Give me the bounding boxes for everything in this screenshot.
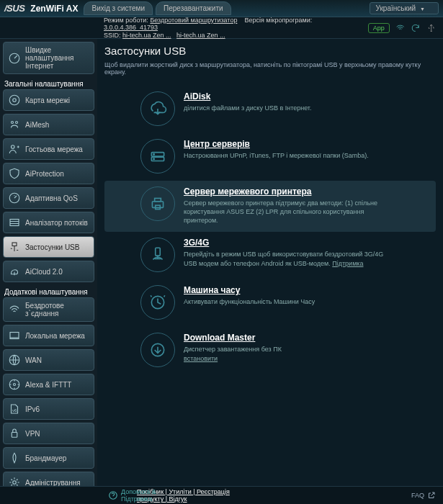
sidebar-item-usb-apps[interactable]: Застосунки USB [3,236,94,258]
sidebar-item-guest-network[interactable]: Гостьова мережа [3,138,94,160]
3g4g-link[interactable]: Підтримка [332,260,363,267]
aidisk-icon [140,91,175,126]
sidebar-item-wan[interactable]: WAN [3,349,94,371]
svg-point-1 [9,95,19,105]
app-row-server-center[interactable]: Центр серверівНастроювання UPnP, iTunes,… [104,133,436,181]
vpn-icon [8,427,21,440]
server-center-title[interactable]: Центр серверів [184,139,369,149]
download-master-link[interactable]: встановити [184,355,218,362]
svg-point-3 [12,122,14,124]
time-machine-desc: Активувати функціональність Машини Часу [184,297,315,306]
server-center-desc: Настроювання UPnP, iTunes, FTP і мережев… [184,151,369,160]
svg-point-4 [16,122,18,124]
sidebar-item-aimesh[interactable]: AiMesh [3,114,94,135]
wan-icon [8,354,21,366]
ssid1-link[interactable]: hi-tech.ua Zen ... [122,32,171,39]
footer: Допомога & Підтримка Посібник | Утиліти … [0,486,443,504]
svg-point-19 [153,154,155,156]
sidebar-item-traffic-analyzer[interactable]: Аналізатор потоків [3,212,94,233]
logout-button[interactable]: Вихід з системи [84,1,153,15]
ipv6-icon: v6 [8,402,21,415]
quick-setup-button[interactable]: Швидке налаштування Інтернет [3,42,94,74]
help-icon [108,490,118,500]
guest-network-icon [8,143,21,156]
svg-point-20 [153,158,155,160]
svg-point-15 [13,481,17,485]
alexa-ifttt-icon [8,378,21,391]
svg-rect-21 [152,202,163,208]
page-title: Застосунки USB [104,45,436,57]
wifi-status-icon[interactable] [395,23,405,33]
usb-status-icon[interactable] [426,23,436,33]
sidebar-item-wireless[interactable]: Бездротове з`єднання [3,297,94,322]
ssid-label: SSID: [104,32,121,39]
aidisk-desc: ділитися файлами з диску USB в Інтернет. [184,104,312,112]
section-general: Загальні налаштування [3,77,94,89]
server-center-icon [140,139,175,174]
svg-point-12 [14,384,16,386]
reboot-button[interactable]: Перезавантажити [156,1,231,15]
svg-point-5 [12,145,15,149]
ssid2-link[interactable]: hi-tech.ua Zen ... [176,32,225,39]
sidebar-item-aiprotection[interactable]: AiProtection [3,163,94,184]
external-icon [427,491,436,500]
brand-logo: /SUS [4,3,24,14]
sidebar-item-alexa-ifttt[interactable]: Alexa & IFTTT [3,374,94,395]
printer-server-desc: Сервер мережевого принтера підтримує два… [184,199,385,225]
refresh-icon[interactable] [411,23,420,33]
usb-apps-icon [8,240,21,253]
svg-rect-14 [12,433,17,438]
mode-link[interactable]: Бездротовий маршрутизатор [150,17,237,24]
sidebar-item-administration[interactable]: Адміністрування [3,472,94,486]
aidisk-title[interactable]: AiDisk [184,91,312,102]
3g4g-icon [140,238,175,272]
mode-label: Режим роботи: [104,17,148,24]
sidebar-item-ipv6[interactable]: v6IPv6 [3,398,94,420]
firewall-icon [8,451,21,464]
svg-rect-7 [10,220,19,226]
aiprotection-icon [8,167,21,180]
help-support[interactable]: Допомога & Підтримка [108,488,156,503]
faq-button[interactable]: FAQ [411,491,436,500]
svg-rect-22 [155,198,161,201]
page-subtitle: Щоб видалити жорсткий диск з маршрутизат… [104,61,436,76]
app-row-time-machine[interactable]: Машина часуАктивувати функціональність М… [104,279,436,327]
app-row-download-master[interactable]: Download MasterДиспетчер завантаження бе… [104,327,436,374]
app-row-printer-server[interactable]: Сервер мережевого принтераСервер мережев… [104,181,436,232]
sidebar-item-lan[interactable]: Локальна мережа [3,325,94,346]
svg-point-2 [13,99,17,102]
app-row-3g4g[interactable]: 3G/4GПерейдіть в режим USB щоб використо… [104,232,436,279]
fw-link[interactable]: 3.0.0.4.386_41793 [104,24,158,31]
3g4g-desc: Перейдіть в режим USB щоб використовуват… [184,250,385,267]
time-machine-icon [140,285,175,320]
sidebar-item-aicloud[interactable]: AiCloud 2.0 [3,261,94,282]
printer-server-icon [140,186,175,221]
sidebar-item-firewall[interactable]: Брандмауер [3,447,94,469]
product-name: ZenWiFi AX [30,4,78,14]
app-row-aidisk[interactable]: AiDiskділитися файлами з диску USB в Інт… [104,86,436,133]
traffic-analyzer-icon [8,216,21,229]
printer-server-title[interactable]: Сервер мережевого принтера [184,186,385,197]
top-bar: /SUS ZenWiFi AX Вихід з системи Перезава… [0,0,443,17]
app-button[interactable]: App [368,23,390,33]
3g4g-title[interactable]: 3G/4G [184,238,385,248]
time-machine-title[interactable]: Машина часу [184,285,315,295]
administration-icon [8,476,21,486]
content-area: Застосунки USB Щоб видалити жорсткий дис… [97,39,443,486]
adaptive-qos-icon [8,192,21,204]
sidebar-item-vpn[interactable]: VPN [3,423,94,444]
sidebar-item-network-map[interactable]: Карта мережі [3,89,94,111]
download-master-icon [140,333,175,367]
section-advanced: Додаткові налаштування [3,285,94,297]
svg-rect-24 [156,248,161,256]
sidebar-item-adaptive-qos[interactable]: Адаптивна QoS [3,187,94,209]
svg-rect-8 [12,243,17,246]
fw-label: Версія мікропрограми: [244,17,312,24]
download-master-title[interactable]: Download Master [184,333,282,343]
aicloud-icon [8,265,21,278]
download-master-desc: Диспетчер завантаження без ПК [184,345,282,354]
language-select[interactable]: Український [370,2,439,14]
info-bar: Режим роботи: Бездротовий маршрутизатор … [0,17,443,39]
aimesh-icon [8,118,21,131]
sidebar: Швидке налаштування Інтернет Загальні на… [0,39,97,486]
